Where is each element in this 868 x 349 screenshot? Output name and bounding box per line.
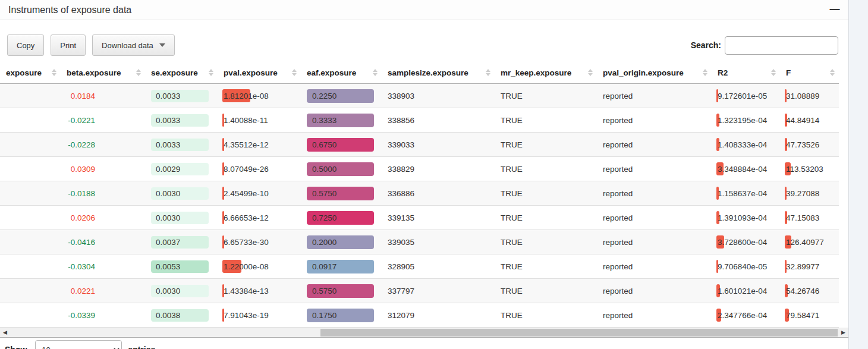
- panel-title: Instruments of exposure data: [8, 5, 131, 15]
- cell-beta-exposure: -0.0416: [61, 230, 145, 254]
- cell-samplesize-exposure: 339135: [382, 206, 495, 230]
- cell-beta-exposure: -0.0221: [61, 108, 145, 133]
- cell-eaf-exposure: 0.5000: [301, 157, 382, 181]
- cell-pval-exposure: 1.81201e-08: [218, 84, 301, 108]
- sort-icon[interactable]: [209, 68, 213, 77]
- cell-samplesize-exposure: 339035: [382, 230, 495, 254]
- exposure-data-panel: Instruments of exposure data — Copy Prin…: [0, 0, 849, 349]
- cell-r2: 2.347766e-04: [712, 303, 780, 328]
- cell-mr-keep-exposure: TRUE: [495, 230, 597, 254]
- cell-eaf-exposure: 0.0917: [301, 254, 382, 279]
- column-header-se-exposure[interactable]: se.exposure: [145, 62, 218, 84]
- cell-exposure: [0, 157, 61, 181]
- download-data-button[interactable]: Download data: [92, 34, 175, 56]
- cell-r2: 1.158637e-04: [712, 181, 780, 206]
- sort-icon[interactable]: [136, 68, 141, 77]
- cell-mr-keep-exposure: TRUE: [495, 84, 597, 108]
- cell-f: 113.53203: [780, 157, 839, 181]
- column-header-eaf-exposure[interactable]: eaf.exposure: [301, 62, 382, 84]
- column-header-mr-keep-exposure[interactable]: mr_keep.exposure: [495, 62, 597, 84]
- cell-pval-exposure: 2.45499e-10: [218, 181, 301, 206]
- copy-button[interactable]: Copy: [7, 34, 44, 56]
- column-header-samplesize-exposure[interactable]: samplesize.exposure: [382, 62, 495, 84]
- scrollbar-right-arrow-icon[interactable]: ▶: [839, 329, 847, 337]
- cell-beta-exposure: -0.0304: [61, 254, 145, 279]
- buttons-group: Copy Print Download data: [7, 34, 181, 56]
- cell-pval-exposure: 1.40088e-11: [218, 108, 301, 133]
- cell-pval-exposure: 4.35512e-12: [218, 133, 301, 157]
- cell-r2: 3.348884e-04: [712, 157, 780, 181]
- table-header-row: exposurebeta.exposurese.exposurepval.exp…: [0, 62, 839, 84]
- cell-exposure: [0, 254, 61, 279]
- column-header-label: eaf.exposure: [307, 68, 356, 77]
- column-header-label: se.exposure: [151, 68, 198, 77]
- cell-se-exposure: 0.0033: [145, 108, 218, 133]
- exposure-data-table: exposurebeta.exposurese.exposurepval.exp…: [0, 62, 839, 328]
- cell-pval-origin-exposure: reported: [597, 84, 712, 108]
- print-button[interactable]: Print: [51, 34, 86, 56]
- search-input[interactable]: [725, 36, 838, 55]
- cell-f: 32.89977: [780, 254, 839, 279]
- cell-mr-keep-exposure: TRUE: [495, 133, 597, 157]
- column-header-exposure[interactable]: exposure: [0, 62, 61, 84]
- sort-icon[interactable]: [292, 68, 297, 77]
- column-header-pval-origin-exposure[interactable]: pval_origin.exposure: [597, 62, 712, 84]
- cell-eaf-exposure: 0.3333: [301, 108, 382, 133]
- sort-icon[interactable]: [588, 68, 593, 77]
- cell-beta-exposure: 0.0206: [61, 206, 145, 230]
- cell-mr-keep-exposure: TRUE: [495, 157, 597, 181]
- cell-samplesize-exposure: 337797: [382, 279, 495, 303]
- cell-se-exposure: 0.0030: [145, 279, 218, 303]
- cell-r2: 9.706840e-05: [712, 254, 780, 279]
- cell-beta-exposure: -0.0188: [61, 181, 145, 206]
- sort-icon[interactable]: [703, 68, 707, 77]
- show-label: Show: [5, 345, 27, 349]
- cell-beta-exposure: -0.0339: [61, 303, 145, 328]
- cell-samplesize-exposure: 338856: [382, 108, 495, 133]
- column-header-pval-exposure[interactable]: pval.exposure: [218, 62, 301, 84]
- cell-samplesize-exposure: 339033: [382, 133, 495, 157]
- scrollbar-left-arrow-icon[interactable]: ◀: [1, 329, 9, 337]
- cell-exposure: [0, 133, 61, 157]
- cell-f: 47.73526: [780, 133, 839, 157]
- entries-label: entries: [128, 345, 155, 349]
- cell-exposure: [0, 303, 61, 328]
- cell-mr-keep-exposure: TRUE: [495, 303, 597, 328]
- table-row: 0.03090.00298.07049e-260.5000338829TRUEr…: [0, 157, 839, 181]
- cell-pval-exposure: 1.22000e-08: [218, 254, 301, 279]
- cell-eaf-exposure: 0.2250: [301, 84, 382, 108]
- sort-icon[interactable]: [52, 68, 56, 77]
- horizontal-scrollbar[interactable]: ◀ ▶: [0, 328, 848, 338]
- page-length-control: Show 10 entries: [5, 340, 848, 349]
- cell-r2: 9.172601e-05: [712, 84, 780, 108]
- cell-eaf-exposure: 0.5750: [301, 279, 382, 303]
- collapse-minus-icon[interactable]: —: [828, 4, 841, 17]
- panel-header: Instruments of exposure data —: [0, 0, 848, 20]
- cell-f: 31.08889: [780, 84, 839, 108]
- cell-eaf-exposure: 0.1750: [301, 303, 382, 328]
- sort-icon[interactable]: [771, 68, 776, 77]
- page-length-select[interactable]: 10: [35, 340, 122, 349]
- cell-f: 79.58471: [780, 303, 839, 328]
- sort-icon[interactable]: [830, 68, 835, 77]
- column-header-beta-exposure[interactable]: beta.exposure: [61, 62, 145, 84]
- cell-mr-keep-exposure: TRUE: [495, 108, 597, 133]
- cell-beta-exposure: 0.0309: [61, 157, 145, 181]
- sort-icon[interactable]: [373, 68, 378, 77]
- cell-samplesize-exposure: 338829: [382, 157, 495, 181]
- column-header-r2[interactable]: R2: [712, 62, 780, 84]
- column-header-f[interactable]: F: [780, 62, 839, 84]
- cell-se-exposure: 0.0029: [145, 157, 218, 181]
- column-header-label: F: [786, 68, 791, 77]
- caret-down-icon: [159, 43, 165, 47]
- cell-exposure: [0, 279, 61, 303]
- column-header-label: R2: [718, 68, 728, 77]
- cell-eaf-exposure: 0.6750: [301, 133, 382, 157]
- cell-exposure: [0, 230, 61, 254]
- cell-pval-exposure: 6.66653e-12: [218, 206, 301, 230]
- scrollbar-thumb[interactable]: [320, 329, 838, 337]
- cell-pval-exposure: 8.07049e-26: [218, 157, 301, 181]
- sort-icon[interactable]: [486, 68, 490, 77]
- cell-samplesize-exposure: 312079: [382, 303, 495, 328]
- cell-pval-origin-exposure: reported: [597, 181, 712, 206]
